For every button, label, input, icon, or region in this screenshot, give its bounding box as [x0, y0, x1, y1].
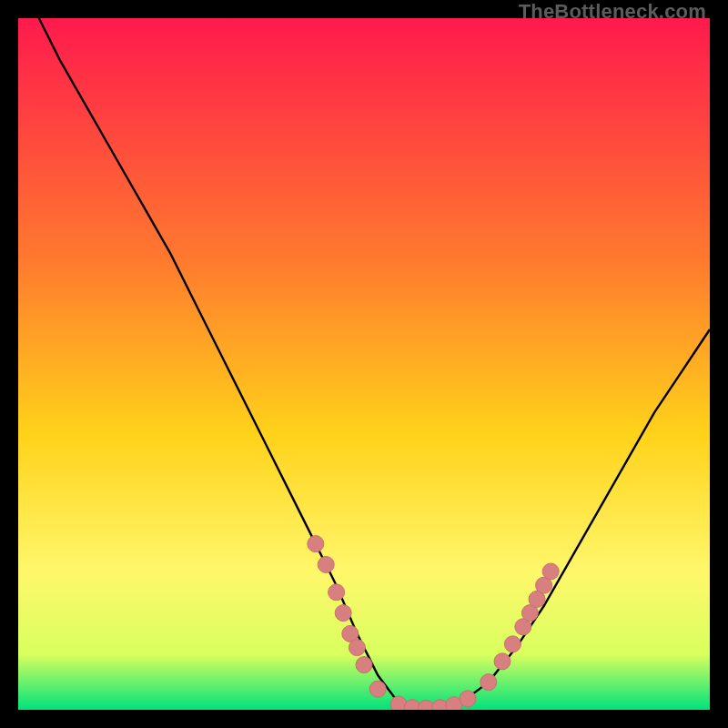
curve-marker [480, 674, 497, 691]
watermark-text: TheBottleneck.com [519, 0, 706, 24]
curve-marker [494, 653, 511, 670]
gradient-background [18, 18, 710, 710]
plot-area [18, 18, 710, 710]
curve-marker [329, 584, 345, 601]
curve-marker [369, 681, 386, 697]
curve-marker [504, 636, 521, 652]
curve-marker [335, 605, 351, 622]
curve-marker [318, 556, 334, 572]
chart-frame: TheBottleneck.com [0, 0, 728, 728]
curve-marker [349, 640, 365, 656]
curve-marker [460, 691, 476, 707]
curve-marker [356, 657, 372, 673]
curve-marker [542, 563, 559, 580]
chart-canvas [18, 18, 710, 710]
curve-marker [308, 536, 324, 552]
